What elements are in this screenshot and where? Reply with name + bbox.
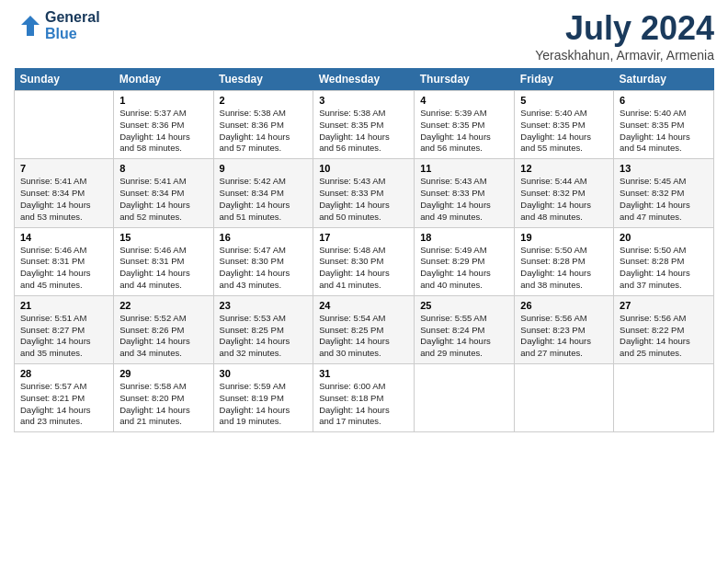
day-info: Sunrise: 5:56 AM Sunset: 8:22 PM Dayligh…: [620, 313, 708, 360]
week-row-2: 7Sunrise: 5:41 AM Sunset: 8:34 PM Daylig…: [15, 159, 714, 227]
day-number: 24: [319, 300, 408, 311]
day-info: Sunrise: 5:43 AM Sunset: 8:33 PM Dayligh…: [420, 176, 508, 223]
calendar-cell: 29Sunrise: 5:58 AM Sunset: 8:20 PM Dayli…: [114, 364, 213, 432]
day-info: Sunrise: 5:45 AM Sunset: 8:32 PM Dayligh…: [620, 176, 708, 223]
day-number: 26: [520, 300, 608, 311]
day-number: 14: [20, 232, 108, 243]
day-number: 13: [620, 163, 708, 174]
calendar-cell: 26Sunrise: 5:56 AM Sunset: 8:23 PM Dayli…: [515, 295, 614, 363]
day-number: 11: [420, 163, 508, 174]
day-info: Sunrise: 5:38 AM Sunset: 8:35 PM Dayligh…: [319, 108, 408, 155]
calendar-cell: 9Sunrise: 5:42 AM Sunset: 8:34 PM Daylig…: [213, 159, 313, 227]
day-number: 15: [119, 232, 207, 243]
logo: General Blue: [14, 9, 100, 42]
calendar-cell: 15Sunrise: 5:46 AM Sunset: 8:31 PM Dayli…: [114, 227, 213, 295]
day-number: 28: [20, 368, 108, 379]
day-header-monday: Monday: [114, 68, 213, 91]
day-number: 21: [20, 300, 108, 311]
day-number: 6: [620, 95, 708, 106]
day-number: 30: [220, 368, 308, 379]
day-info: Sunrise: 5:57 AM Sunset: 8:21 PM Dayligh…: [20, 381, 108, 428]
day-header-tuesday: Tuesday: [213, 68, 313, 91]
calendar-cell: 14Sunrise: 5:46 AM Sunset: 8:31 PM Dayli…: [15, 227, 114, 295]
calendar-cell: 30Sunrise: 5:59 AM Sunset: 8:19 PM Dayli…: [213, 364, 313, 432]
day-number: 16: [220, 232, 308, 243]
day-number: 10: [319, 163, 408, 174]
calendar-cell: 28Sunrise: 5:57 AM Sunset: 8:21 PM Dayli…: [15, 364, 114, 432]
calendar-cell: 25Sunrise: 5:55 AM Sunset: 8:24 PM Dayli…: [415, 295, 515, 363]
logo-text: General Blue: [45, 9, 100, 42]
calendar-cell: 17Sunrise: 5:48 AM Sunset: 8:30 PM Dayli…: [313, 227, 415, 295]
calendar-cell: [15, 91, 114, 159]
day-info: Sunrise: 5:42 AM Sunset: 8:34 PM Dayligh…: [220, 176, 308, 223]
main-title: July 2024: [535, 9, 714, 48]
day-number: 23: [220, 300, 308, 311]
day-info: Sunrise: 5:50 AM Sunset: 8:28 PM Dayligh…: [620, 245, 708, 292]
day-info: Sunrise: 5:53 AM Sunset: 8:25 PM Dayligh…: [220, 313, 308, 360]
calendar-cell: 11Sunrise: 5:43 AM Sunset: 8:33 PM Dayli…: [415, 159, 515, 227]
calendar-table: SundayMondayTuesdayWednesdayThursdayFrid…: [14, 68, 714, 432]
day-header-sunday: Sunday: [15, 68, 114, 91]
day-info: Sunrise: 5:39 AM Sunset: 8:35 PM Dayligh…: [420, 108, 508, 155]
week-row-3: 14Sunrise: 5:46 AM Sunset: 8:31 PM Dayli…: [15, 227, 714, 295]
calendar-cell: 2Sunrise: 5:38 AM Sunset: 8:36 PM Daylig…: [213, 91, 313, 159]
calendar-cell: 18Sunrise: 5:49 AM Sunset: 8:29 PM Dayli…: [415, 227, 515, 295]
day-header-saturday: Saturday: [614, 68, 714, 91]
calendar-cell: [415, 364, 515, 432]
page: General Blue July 2024 Yeraskhahun, Arma…: [0, 0, 728, 563]
week-row-1: 1Sunrise: 5:37 AM Sunset: 8:36 PM Daylig…: [15, 91, 714, 159]
day-number: 2: [220, 95, 308, 106]
day-number: 20: [620, 232, 708, 243]
day-number: 25: [420, 300, 508, 311]
day-info: Sunrise: 5:46 AM Sunset: 8:31 PM Dayligh…: [119, 245, 207, 292]
title-area: July 2024 Yeraskhahun, Armavir, Armenia: [535, 9, 714, 63]
day-info: Sunrise: 5:52 AM Sunset: 8:26 PM Dayligh…: [119, 313, 207, 360]
calendar-cell: 20Sunrise: 5:50 AM Sunset: 8:28 PM Dayli…: [614, 227, 714, 295]
calendar-cell: 7Sunrise: 5:41 AM Sunset: 8:34 PM Daylig…: [15, 159, 114, 227]
calendar-cell: 23Sunrise: 5:53 AM Sunset: 8:25 PM Dayli…: [213, 295, 313, 363]
day-number: 29: [119, 368, 207, 379]
day-info: Sunrise: 5:38 AM Sunset: 8:36 PM Dayligh…: [220, 108, 308, 155]
calendar-cell: [515, 364, 614, 432]
day-number: 5: [520, 95, 608, 106]
day-number: 4: [420, 95, 508, 106]
day-header-thursday: Thursday: [415, 68, 515, 91]
day-number: 7: [20, 163, 108, 174]
day-info: Sunrise: 5:47 AM Sunset: 8:30 PM Dayligh…: [220, 245, 308, 292]
day-info: Sunrise: 5:54 AM Sunset: 8:25 PM Dayligh…: [319, 313, 408, 360]
logo-icon: [14, 12, 41, 40]
calendar-cell: 24Sunrise: 5:54 AM Sunset: 8:25 PM Dayli…: [313, 295, 415, 363]
day-info: Sunrise: 5:55 AM Sunset: 8:24 PM Dayligh…: [420, 313, 508, 360]
day-number: 19: [520, 232, 608, 243]
day-info: Sunrise: 5:46 AM Sunset: 8:31 PM Dayligh…: [20, 245, 108, 292]
day-number: 18: [420, 232, 508, 243]
day-info: Sunrise: 5:50 AM Sunset: 8:28 PM Dayligh…: [520, 245, 608, 292]
day-number: 3: [319, 95, 408, 106]
calendar-cell: 8Sunrise: 5:41 AM Sunset: 8:34 PM Daylig…: [114, 159, 213, 227]
day-header-wednesday: Wednesday: [313, 68, 415, 91]
day-info: Sunrise: 5:51 AM Sunset: 8:27 PM Dayligh…: [20, 313, 108, 360]
day-info: Sunrise: 5:59 AM Sunset: 8:19 PM Dayligh…: [220, 381, 308, 428]
day-number: 17: [319, 232, 408, 243]
day-info: Sunrise: 5:40 AM Sunset: 8:35 PM Dayligh…: [520, 108, 608, 155]
calendar-cell: 10Sunrise: 5:43 AM Sunset: 8:33 PM Dayli…: [313, 159, 415, 227]
calendar-cell: 12Sunrise: 5:44 AM Sunset: 8:32 PM Dayli…: [515, 159, 614, 227]
day-number: 1: [119, 95, 207, 106]
subtitle: Yeraskhahun, Armavir, Armenia: [535, 48, 714, 63]
day-info: Sunrise: 5:48 AM Sunset: 8:30 PM Dayligh…: [319, 245, 408, 292]
calendar-cell: 22Sunrise: 5:52 AM Sunset: 8:26 PM Dayli…: [114, 295, 213, 363]
day-info: Sunrise: 5:56 AM Sunset: 8:23 PM Dayligh…: [520, 313, 608, 360]
header-row: SundayMondayTuesdayWednesdayThursdayFrid…: [15, 68, 714, 91]
day-info: Sunrise: 5:44 AM Sunset: 8:32 PM Dayligh…: [520, 176, 608, 223]
calendar-cell: 1Sunrise: 5:37 AM Sunset: 8:36 PM Daylig…: [114, 91, 213, 159]
calendar-cell: 27Sunrise: 5:56 AM Sunset: 8:22 PM Dayli…: [614, 295, 714, 363]
day-number: 9: [220, 163, 308, 174]
calendar-cell: [614, 364, 714, 432]
day-info: Sunrise: 5:49 AM Sunset: 8:29 PM Dayligh…: [420, 245, 508, 292]
svg-marker-0: [21, 16, 40, 36]
day-info: Sunrise: 5:43 AM Sunset: 8:33 PM Dayligh…: [319, 176, 408, 223]
calendar-cell: 16Sunrise: 5:47 AM Sunset: 8:30 PM Dayli…: [213, 227, 313, 295]
day-info: Sunrise: 5:41 AM Sunset: 8:34 PM Dayligh…: [119, 176, 207, 223]
calendar-cell: 3Sunrise: 5:38 AM Sunset: 8:35 PM Daylig…: [313, 91, 415, 159]
day-number: 27: [620, 300, 708, 311]
